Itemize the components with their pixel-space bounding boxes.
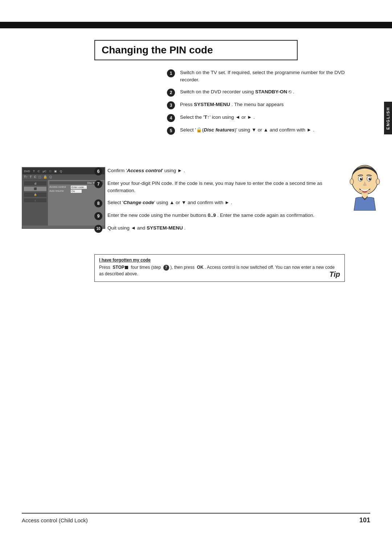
steps-container: 1 Switch on the TV set. If required, sel… bbox=[167, 69, 348, 139]
step-num-10: 10 bbox=[94, 225, 102, 233]
dvd-icon-1: T↑ bbox=[24, 175, 28, 179]
step-ref-7: 7 bbox=[163, 265, 169, 271]
svg-point-3 bbox=[360, 178, 363, 181]
top-bar bbox=[0, 22, 392, 28]
step-num-6: 6 bbox=[94, 167, 102, 175]
step-num-2: 2 bbox=[167, 89, 175, 97]
dvd-icon-2: T bbox=[30, 175, 32, 179]
step-9: 9 Enter the new code using the number bu… bbox=[94, 212, 345, 220]
step-6: 6 Confirm 'Access control' using ► . bbox=[94, 167, 345, 175]
step-text-7: Enter your four-digit PIN code. If the c… bbox=[107, 180, 345, 195]
dvd-left-icon-3: 🔒 bbox=[24, 192, 46, 197]
dvd-icon-6: Q bbox=[49, 175, 52, 179]
dvd-menu: DVD T C μC □ ▣ Q T↑ T C ◻ 🔒 Q 🖨 bbox=[23, 168, 105, 228]
dvd-item-value-2: On bbox=[71, 190, 82, 193]
footer-left: Access control (Child Lock) bbox=[22, 517, 88, 523]
svg-point-4 bbox=[369, 178, 371, 181]
svg-point-7 bbox=[350, 179, 354, 185]
step-text-2: Switch on the DVD recorder using STANDBY… bbox=[180, 88, 348, 96]
tip-label: Tip bbox=[329, 270, 340, 279]
step-4: 4 Select the 'T↑' icon using ◄ or ► . bbox=[167, 114, 348, 122]
step-num-4: 4 bbox=[167, 114, 175, 122]
step-num-1: 1 bbox=[167, 69, 175, 77]
step-text-4: Select the 'T↑' icon using ◄ or ► . bbox=[180, 114, 348, 121]
dvd-ba: ▣ bbox=[54, 170, 57, 173]
dvd-c: C bbox=[38, 170, 40, 173]
step-text-1: Switch on the TV set. If required, selec… bbox=[180, 69, 348, 84]
dvd-item-label-2: Auto resume bbox=[49, 190, 69, 193]
tip-box: I have forgotten my code Press STOP four… bbox=[94, 254, 345, 282]
step-text-10: Quit using ◄ and SYSTEM-MENU . bbox=[107, 224, 345, 232]
step-num-7: 7 bbox=[94, 180, 102, 188]
stop-icon bbox=[125, 266, 128, 269]
step-2: 2 Switch on the DVD recorder using STAND… bbox=[167, 88, 348, 97]
dvd-t: T bbox=[33, 170, 35, 173]
dvd-screen: DVD T C μC □ ▣ Q T↑ T C ◻ 🔒 Q 🖨 bbox=[22, 167, 105, 229]
dvd-icon-3: C bbox=[34, 175, 37, 179]
step-8: 8 Select 'Change code' using ▲ or ▼ and … bbox=[94, 199, 345, 207]
step-10: 10 Quit using ◄ and SYSTEM-MENU . bbox=[94, 224, 345, 233]
svg-point-5 bbox=[361, 178, 362, 179]
dvd-q: Q bbox=[60, 170, 62, 173]
step-text-6: Confirm 'Access control' using ► . bbox=[107, 167, 345, 174]
dvd-label: DVD bbox=[24, 170, 30, 173]
language-label: ENGLISH bbox=[386, 107, 390, 130]
character-svg bbox=[348, 163, 381, 211]
dvd-screen-image: DVD T C μC □ ▣ Q T↑ T C ◻ 🔒 Q 🖨 bbox=[22, 167, 105, 229]
title-box: Changing the PIN code bbox=[94, 40, 298, 60]
character-illustration bbox=[348, 163, 381, 211]
step-7: 7 Enter your four-digit PIN code. If the… bbox=[94, 180, 345, 195]
dvd-left-panel: 🖨 ⬛ 🔒 ↓ bbox=[23, 180, 48, 226]
step-text-5: Select '🔒(Disc features)' using ▼ or ▲ a… bbox=[180, 126, 348, 134]
step-num-5: 5 bbox=[167, 127, 175, 135]
step-num-8: 8 bbox=[94, 199, 102, 207]
tip-text: Press STOP four times (step 7 ), then pr… bbox=[99, 264, 340, 277]
dvd-item-label-1: Access control bbox=[49, 186, 69, 189]
dvd-main-content: 🖨 ⬛ 🔒 ↓ Disc features Access control Ent… bbox=[23, 180, 105, 226]
svg-point-6 bbox=[370, 178, 371, 179]
dvd-left-icon-1: 🖨 bbox=[24, 181, 46, 185]
step-text-9: Enter the new code using the number butt… bbox=[107, 212, 345, 219]
language-tab: ENGLISH bbox=[384, 102, 392, 134]
dvd-top-bar: DVD T C μC □ ▣ Q bbox=[23, 168, 105, 174]
steps-lower: 6 Confirm 'Access control' using ► . 7 E… bbox=[94, 167, 345, 237]
step-text-3: Press SYSTEM-MENU . The menu bar appears bbox=[180, 101, 348, 108]
step-5: 5 Select '🔒(Disc features)' using ▼ or ▲… bbox=[167, 126, 348, 135]
dvd-icon-5: 🔒 bbox=[43, 175, 47, 179]
footer-right: 101 bbox=[359, 516, 370, 524]
step-text-8: Select 'Change code' using ▲ or ▼ and co… bbox=[107, 199, 345, 206]
step-1: 1 Switch on the TV set. If required, sel… bbox=[167, 69, 348, 84]
tip-title: I have forgotten my code bbox=[99, 258, 340, 263]
dvd-icon-4: ◻ bbox=[38, 175, 41, 179]
dvd-uc: μC bbox=[43, 170, 46, 173]
step-num-9: 9 bbox=[94, 212, 102, 220]
dvd-icons-row: T↑ T C ◻ 🔒 Q bbox=[23, 174, 105, 180]
page-title: Changing the PIN code bbox=[102, 44, 290, 56]
step-num-3: 3 bbox=[167, 101, 175, 109]
dvd-item-value-1: Enter code... bbox=[71, 186, 87, 189]
dvd-left-icon-4: ↓ bbox=[24, 198, 46, 202]
step-3: 3 Press SYSTEM-MENU . The menu bar appea… bbox=[167, 101, 348, 109]
dvd-left-icon-2: ⬛ bbox=[24, 187, 46, 191]
svg-point-8 bbox=[376, 179, 380, 185]
footer: Access control (Child Lock) 101 bbox=[22, 513, 370, 524]
dvd-sq: □ bbox=[49, 170, 51, 173]
